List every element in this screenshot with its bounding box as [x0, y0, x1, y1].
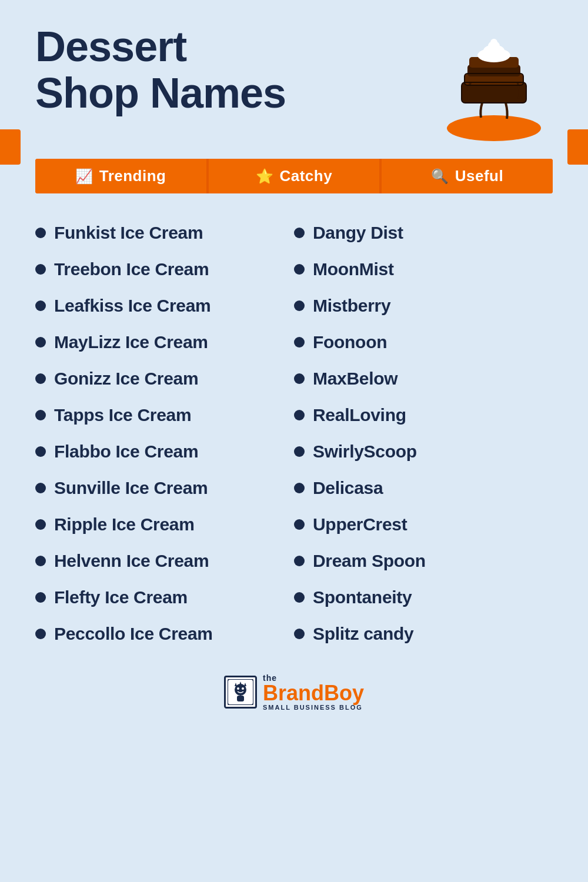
bullet-icon — [35, 519, 46, 530]
item-text: Mistberry — [313, 296, 390, 316]
list-item: Dream Spoon — [294, 545, 553, 577]
list-item: MayLizz Ice Cream — [35, 326, 294, 358]
bullet-icon — [35, 629, 46, 639]
item-text: Dangy Dist — [313, 223, 403, 243]
trending-icon: 📈 — [75, 168, 93, 185]
item-text: Sunville Ice Cream — [54, 478, 208, 498]
list-item: Leafkiss Ice Cream — [35, 290, 294, 322]
list-item: Peccollo Ice Cream — [35, 618, 294, 650]
item-text: RealLoving — [313, 405, 406, 425]
item-text: Ripple Ice Cream — [54, 514, 195, 534]
tab-useful[interactable]: 🔍 Useful — [382, 159, 553, 193]
bullet-icon — [35, 300, 46, 311]
header-section: Dessert Shop Names — [35, 24, 553, 147]
footer-logo: the BrandBoy SMALL BUSINESS BLOG — [35, 673, 553, 711]
bullet-icon — [35, 228, 46, 238]
bullet-icon — [35, 483, 46, 493]
bullet-icon — [35, 592, 46, 603]
content-section: Funkist Ice Cream Treebon Ice Cream Leaf… — [35, 217, 553, 650]
page-title: Dessert Shop Names — [35, 24, 423, 116]
bullet-icon — [294, 373, 305, 384]
tab-catchy-label: Catchy — [279, 167, 332, 185]
bullet-icon — [294, 337, 305, 348]
item-text: Dream Spoon — [313, 551, 426, 571]
bullet-icon — [35, 410, 46, 420]
bullet-icon — [35, 337, 46, 348]
item-text: Leafkiss Ice Cream — [54, 296, 211, 316]
item-text: MoonMist — [313, 259, 394, 279]
bullet-icon — [294, 300, 305, 311]
list-item: Funkist Ice Cream — [35, 217, 294, 249]
list-item: Mistberry — [294, 290, 553, 322]
list-item: UpperCrest — [294, 509, 553, 540]
list-item: Ripple Ice Cream — [35, 509, 294, 540]
list-item: Flefty Ice Cream — [35, 582, 294, 613]
item-text: MaxBelow — [313, 369, 397, 389]
left-column: Funkist Ice Cream Treebon Ice Cream Leaf… — [35, 217, 294, 650]
item-text: UpperCrest — [313, 514, 407, 534]
bullet-icon — [294, 592, 305, 603]
list-item: Gonizz Ice Cream — [35, 363, 294, 395]
list-item: RealLoving — [294, 399, 553, 431]
list-item: Tapps Ice Cream — [35, 399, 294, 431]
logo-subtitle: SMALL BUSINESS BLOG — [263, 704, 364, 711]
logo-text-block: the BrandBoy SMALL BUSINESS BLOG — [263, 673, 364, 711]
tab-trending[interactable]: 📈 Trending — [35, 159, 209, 193]
tab-trending-label: Trending — [99, 167, 166, 185]
bullet-icon — [294, 556, 305, 566]
list-item: MoonMist — [294, 253, 553, 285]
list-item: Flabbo Ice Cream — [35, 436, 294, 467]
item-text: Flabbo Ice Cream — [54, 442, 198, 462]
logo-icon — [224, 676, 257, 709]
item-text: Peccollo Ice Cream — [54, 624, 213, 644]
item-text: Treebon Ice Cream — [54, 259, 209, 279]
bullet-icon — [294, 410, 305, 420]
bullet-icon — [294, 519, 305, 530]
svg-point-13 — [237, 687, 239, 690]
bullet-icon — [294, 629, 305, 639]
tab-catchy[interactable]: ⭐ Catchy — [209, 159, 382, 193]
bullet-icon — [35, 446, 46, 457]
svg-point-14 — [242, 687, 244, 690]
right-column: Dangy Dist MoonMist Mistberry Foonoon Ma… — [294, 217, 553, 650]
item-text: Funkist Ice Cream — [54, 223, 203, 243]
dessert-illustration — [435, 29, 553, 147]
item-text: MayLizz Ice Cream — [54, 332, 208, 352]
tab-bar: 📈 Trending ⭐ Catchy 🔍 Useful — [35, 159, 553, 193]
bullet-icon — [294, 228, 305, 238]
list-item: Dangy Dist — [294, 217, 553, 249]
item-text: SwirlyScoop — [313, 442, 417, 462]
logo-box: the BrandBoy SMALL BUSINESS BLOG — [224, 673, 364, 711]
list-item: MaxBelow — [294, 363, 553, 395]
bullet-icon — [294, 483, 305, 493]
bullet-icon — [35, 556, 46, 566]
item-text: Gonizz Ice Cream — [54, 369, 198, 389]
list-item: Spontaneity — [294, 582, 553, 613]
item-text: Foonoon — [313, 332, 387, 352]
list-item: Treebon Ice Cream — [35, 253, 294, 285]
item-text: Splitz candy — [313, 624, 413, 644]
list-item: Sunville Ice Cream — [35, 472, 294, 504]
bullet-icon — [294, 264, 305, 275]
tab-useful-label: Useful — [455, 167, 503, 185]
item-text: Spontaneity — [313, 587, 412, 607]
bullet-icon — [35, 373, 46, 384]
bullet-icon — [294, 446, 305, 457]
list-item: Helvenn Ice Cream — [35, 545, 294, 577]
right-accent — [567, 129, 588, 165]
item-text: Tapps Ice Cream — [54, 405, 191, 425]
catchy-icon: ⭐ — [256, 168, 274, 185]
list-item: Foonoon — [294, 326, 553, 358]
useful-icon: 🔍 — [431, 168, 449, 185]
item-text: Delicasa — [313, 478, 383, 498]
logo-brand-name: BrandBoy — [263, 683, 364, 704]
bullet-icon — [35, 264, 46, 275]
svg-rect-15 — [237, 696, 244, 701]
list-item: SwirlyScoop — [294, 436, 553, 467]
page-container: Dessert Shop Names — [0, 0, 588, 882]
left-accent — [0, 129, 21, 165]
svg-point-0 — [447, 115, 541, 141]
title-block: Dessert Shop Names — [35, 24, 423, 116]
item-text: Flefty Ice Cream — [54, 587, 188, 607]
list-item: Delicasa — [294, 472, 553, 504]
